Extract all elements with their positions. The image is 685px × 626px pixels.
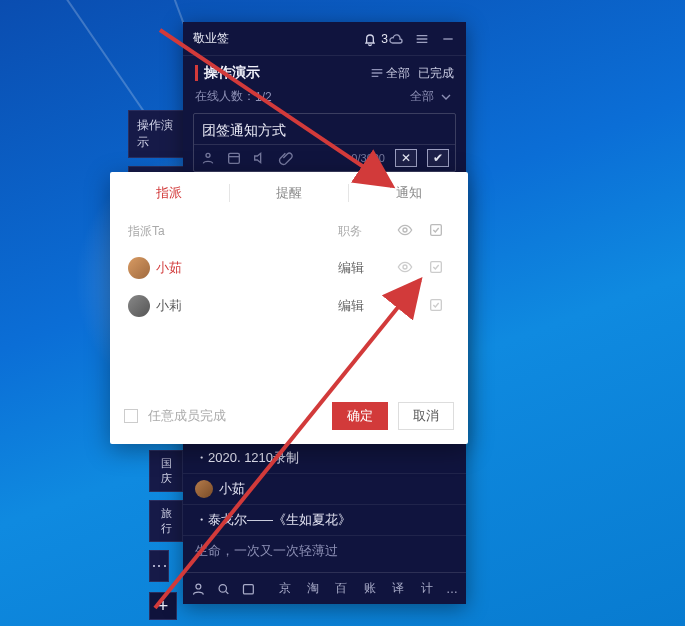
calendar-icon[interactable] (226, 150, 242, 166)
note-row[interactable]: 生命，一次又一次轻薄过 (183, 535, 466, 566)
svg-rect-14 (431, 261, 442, 272)
badge-count: 3 (381, 32, 388, 46)
cancel-input-button[interactable]: ✕ (395, 149, 417, 167)
eye-icon (397, 297, 413, 313)
filter-all[interactable]: 全部 (386, 65, 410, 82)
online-row: 在线人数： 1/2 全部 (183, 86, 466, 113)
quick-trans-button[interactable]: 译 (389, 579, 407, 599)
user-icon[interactable] (200, 150, 216, 166)
member-checkbox[interactable] (422, 259, 450, 278)
note-row[interactable]: 小茹 (183, 473, 466, 504)
section-title: 操作演示 (204, 64, 362, 82)
side-tab-holiday[interactable]: 国庆 (149, 450, 183, 492)
app-title: 敬业签 (193, 30, 362, 47)
char-counter: 0/3000 (351, 152, 385, 164)
svg-rect-12 (431, 225, 442, 236)
side-tab-add[interactable]: + (149, 592, 177, 620)
note-list: ・2020. 1210录制 小茹 ・泰戈尔——《生如夏花》 生命，一次又一次轻薄… (183, 442, 466, 566)
quick-bd-button[interactable]: 百 (332, 579, 350, 599)
col-check-header (422, 222, 450, 241)
bell-icon (362, 31, 378, 47)
member-checkbox[interactable] (422, 297, 450, 316)
tab-notify[interactable]: 通知 (349, 184, 468, 202)
side-tabs-lower: 国庆 旅行 ⋮ + (149, 450, 183, 620)
cloud-icon[interactable] (388, 31, 404, 47)
list-icon[interactable] (368, 66, 386, 80)
any-member-label: 任意成员完成 (148, 407, 226, 425)
minimize-icon[interactable] (440, 31, 456, 47)
member-eye[interactable] (388, 259, 422, 278)
svg-point-15 (403, 303, 407, 307)
quick-tb-button[interactable]: 淘 (304, 579, 322, 599)
svg-rect-16 (431, 299, 442, 310)
quick-calc-button[interactable]: 计 (418, 579, 436, 599)
note-input[interactable]: 团签通知方式 (194, 114, 455, 144)
any-member-checkbox[interactable] (124, 409, 138, 423)
svg-point-8 (196, 584, 201, 589)
svg-point-11 (403, 228, 407, 232)
note-row[interactable]: ・2020. 1210录制 (183, 442, 466, 473)
online-value: 1/2 (255, 90, 272, 104)
avatar (195, 480, 213, 498)
sound-icon[interactable] (252, 150, 268, 166)
col-name-header: 指派Ta (128, 223, 338, 240)
cancel-button[interactable]: 取消 (398, 402, 454, 430)
side-tab-travel[interactable]: 旅行 (149, 500, 183, 542)
col-role-header: 职务 (338, 223, 388, 240)
ok-button[interactable]: 确定 (332, 402, 388, 430)
menu-icon[interactable] (414, 31, 430, 47)
chevron-down-icon[interactable] (438, 89, 454, 105)
svg-rect-7 (229, 153, 240, 163)
member-row[interactable]: 小莉 编辑 (110, 287, 468, 325)
bottom-toolbar: 京 淘 百 账 译 计 … (183, 572, 466, 604)
dialog-tabs: 指派 提醒 通知 (110, 172, 468, 214)
member-row[interactable]: 小茹 编辑 (110, 249, 468, 287)
svg-rect-10 (243, 584, 253, 593)
quick-jd-button[interactable]: 京 (275, 579, 293, 599)
note-user: 小茹 (219, 480, 245, 498)
checkbox-icon (428, 297, 444, 313)
col-eye-header (388, 222, 422, 241)
more-icon[interactable]: … (446, 582, 458, 596)
confirm-input-button[interactable]: ✔ (427, 149, 449, 167)
attach-icon[interactable] (278, 150, 294, 166)
avatar (128, 295, 150, 317)
eye-icon (397, 222, 413, 238)
note-text: ・泰戈尔——《生如夏花》 (195, 511, 351, 529)
svg-point-9 (219, 584, 226, 591)
dialog-footer: 任意成员完成 确定 取消 (110, 390, 468, 444)
avatar (128, 257, 150, 279)
checkbox-icon (428, 259, 444, 275)
note-text: 生命，一次又一次轻薄过 (195, 542, 338, 560)
section-header: 操作演示 全部 已完成 (183, 56, 466, 86)
side-tab-more[interactable]: ⋮ (149, 550, 169, 582)
member-name: 小莉 (156, 297, 182, 315)
member-eye[interactable] (388, 297, 422, 316)
search-icon[interactable] (216, 581, 231, 597)
checkbox-icon (428, 222, 444, 238)
online-label: 在线人数： (195, 88, 255, 105)
quick-acct-button[interactable]: 账 (361, 579, 379, 599)
eye-icon (397, 259, 413, 275)
svg-point-6 (206, 153, 210, 157)
member-role: 编辑 (338, 259, 388, 277)
tab-remind[interactable]: 提醒 (230, 184, 349, 202)
note-text: ・2020. 1210录制 (195, 449, 299, 467)
assign-dialog: 指派 提醒 通知 指派Ta 职务 小茹 编辑 小莉 编辑 (110, 172, 468, 444)
online-filter[interactable]: 全部 (410, 88, 434, 105)
app-titlebar: 敬业签 3 (183, 22, 466, 56)
filter-done[interactable]: 已完成 (418, 65, 454, 82)
member-role: 编辑 (338, 297, 388, 315)
calendar2-icon[interactable] (241, 581, 256, 597)
person-icon[interactable] (191, 581, 206, 597)
tab-assign[interactable]: 指派 (110, 184, 229, 202)
note-row[interactable]: ・泰戈尔——《生如夏花》 (183, 504, 466, 535)
notification-badge[interactable]: 3 (362, 31, 388, 47)
svg-point-13 (403, 265, 407, 269)
note-input-box: 团签通知方式 0/3000 ✕ ✔ (193, 113, 456, 172)
accent-bar (195, 65, 198, 81)
dialog-header-row: 指派Ta 职务 (110, 214, 468, 249)
note-toolbar: 0/3000 ✕ ✔ (194, 144, 455, 171)
member-name: 小茹 (156, 259, 182, 277)
side-tab-demo[interactable]: 操作演示 (128, 110, 184, 158)
